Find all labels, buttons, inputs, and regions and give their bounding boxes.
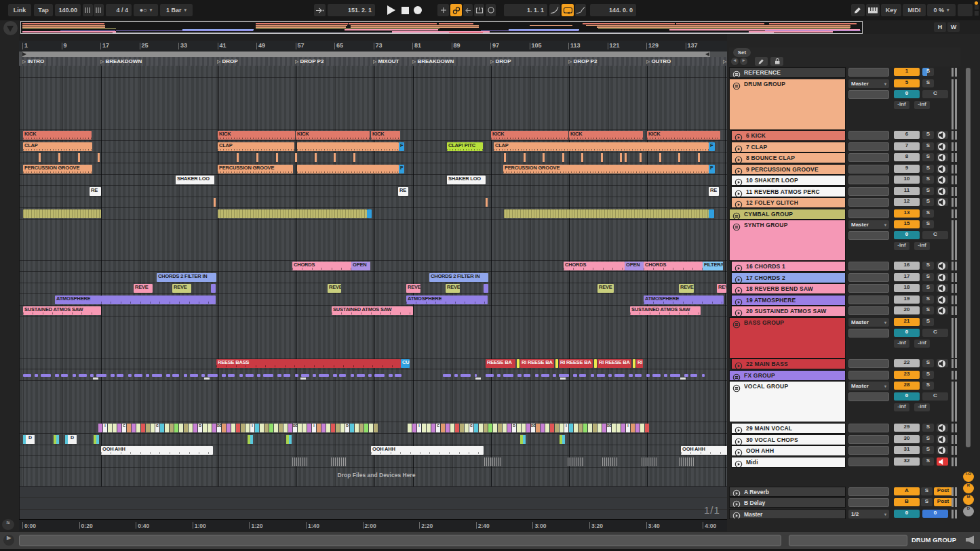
solo-button[interactable]: S bbox=[922, 220, 934, 228]
output-routing-menu[interactable]: Master▾ bbox=[848, 79, 889, 88]
clip-fx-dash[interactable] bbox=[357, 374, 365, 377]
loop-start-field[interactable]: 1. 1. 1 bbox=[504, 4, 547, 16]
locator-drop-p2[interactable]: ▷DROP P2 bbox=[568, 57, 629, 66]
clip-fx-dash[interactable] bbox=[524, 374, 530, 377]
clip-main-bass[interactable] bbox=[555, 359, 558, 368]
track-activator-button[interactable] bbox=[937, 142, 948, 150]
track-header-vocal-group[interactable]: VOCAL GROUP bbox=[729, 381, 846, 422]
clip-ri[interactable]: RI bbox=[636, 359, 643, 368]
clip-vocal-chip[interactable] bbox=[631, 424, 635, 432]
clip-bounce-tick[interactable] bbox=[39, 153, 41, 162]
clip-clap[interactable] bbox=[297, 142, 399, 151]
track-number[interactable]: 20 bbox=[894, 306, 920, 314]
clip-fx-dash[interactable] bbox=[277, 374, 281, 377]
clip-fx-dash[interactable] bbox=[351, 374, 354, 377]
clip-chop-d[interactable]: D bbox=[26, 435, 35, 444]
master-pan-value[interactable]: 0 bbox=[894, 510, 920, 518]
clip-vocal-chip[interactable] bbox=[174, 424, 178, 432]
track-activator-button[interactable] bbox=[937, 295, 948, 304]
send-a-value[interactable]: -inf bbox=[894, 101, 909, 109]
clip-fx-dash[interactable] bbox=[702, 374, 705, 377]
track-header-reference[interactable]: REFERENCE bbox=[729, 67, 846, 78]
clip-fx-dash[interactable] bbox=[608, 374, 612, 377]
clip-bounce-tick[interactable] bbox=[640, 153, 642, 162]
track-activator-button[interactable] bbox=[937, 435, 948, 443]
track-activator-button[interactable] bbox=[937, 446, 948, 454]
solo-button[interactable]: S bbox=[922, 359, 934, 367]
locator-outro[interactable]: ▷OUTRO bbox=[646, 57, 707, 66]
clip-vocal-chip[interactable]: G bbox=[469, 424, 473, 432]
track-header-cymbal-group[interactable]: CYMBAL GROUP bbox=[729, 209, 846, 220]
clip-vocal-chip[interactable]: I bbox=[564, 424, 568, 432]
solo-button[interactable]: S bbox=[922, 187, 934, 195]
pan-value[interactable]: 0 bbox=[894, 231, 920, 239]
track-number[interactable]: 11 bbox=[894, 187, 920, 195]
clip-bounce-tick[interactable] bbox=[659, 153, 661, 162]
clip-vocal-chip[interactable] bbox=[450, 424, 454, 432]
clip-bounce-tick[interactable] bbox=[78, 153, 80, 162]
clip-fx-dash[interactable] bbox=[389, 374, 393, 377]
mixer-section-toggle-m[interactable]: M bbox=[963, 495, 974, 505]
clip-fx-dash[interactable] bbox=[222, 374, 226, 377]
clip-bounce-tick[interactable] bbox=[276, 153, 278, 162]
clip-fx-dash[interactable] bbox=[591, 374, 594, 377]
solo-button[interactable]: S bbox=[922, 153, 934, 161]
draw-pencil-toggle[interactable] bbox=[851, 4, 865, 16]
send-box[interactable] bbox=[848, 165, 889, 174]
track-header-fx-group[interactable]: FX GROUP bbox=[729, 370, 846, 381]
clip-midi[interactable] bbox=[602, 457, 618, 466]
clip-fx-dash[interactable] bbox=[395, 374, 401, 377]
clip-vocal-chip[interactable] bbox=[498, 424, 502, 432]
clip-vocal-chip[interactable]: C bbox=[436, 424, 440, 432]
clip-fx-dash[interactable] bbox=[111, 374, 115, 377]
clip-fx-dash[interactable] bbox=[166, 374, 170, 377]
return-letter[interactable]: A bbox=[894, 487, 920, 495]
time-ruler[interactable]: 0:000:200:401:001:201:402:002:202:403:00… bbox=[19, 519, 727, 531]
clip-vocal-chip[interactable]: D bbox=[198, 424, 202, 432]
clip-vocal-chip[interactable]: I bbox=[312, 424, 316, 432]
clip-fx-dash[interactable] bbox=[319, 374, 329, 377]
clip-fx-dash[interactable] bbox=[257, 374, 260, 377]
send-box[interactable] bbox=[848, 198, 889, 207]
solo-button[interactable]: S bbox=[922, 446, 934, 454]
clip-reve[interactable]: REVE bbox=[328, 284, 341, 293]
track-number[interactable]: 7 bbox=[894, 142, 920, 150]
clip-fx-dash[interactable] bbox=[96, 374, 106, 377]
clip-vocal-chip[interactable] bbox=[579, 424, 583, 432]
clip-fx-dash[interactable] bbox=[541, 374, 549, 377]
send-box[interactable] bbox=[848, 392, 889, 401]
solo-button[interactable]: S bbox=[922, 318, 934, 326]
clip-fx-dash[interactable] bbox=[228, 374, 235, 377]
clip-vocal-chip[interactable] bbox=[479, 424, 483, 432]
clip-fx-dash[interactable] bbox=[35, 374, 38, 377]
clip-reverb-saw[interactable] bbox=[211, 284, 216, 293]
send-box[interactable] bbox=[848, 131, 889, 140]
track-number[interactable]: 22 bbox=[894, 359, 920, 367]
clip-fx-dash[interactable] bbox=[295, 374, 298, 377]
follow-play-icon[interactable]: ▶ bbox=[3, 535, 14, 546]
track-number[interactable]: 10 bbox=[894, 176, 920, 184]
clip-fx-dash[interactable] bbox=[190, 374, 198, 377]
send-box[interactable] bbox=[848, 435, 889, 444]
track-header-6-kick[interactable]: 6 KICK bbox=[731, 130, 846, 141]
track-activator-button[interactable] bbox=[937, 187, 948, 195]
clip-cymbal[interactable] bbox=[23, 209, 101, 218]
clip-percussion-groove[interactable]: PERCUSSION GROOVE bbox=[503, 165, 709, 174]
pan-value[interactable]: 0 bbox=[894, 329, 920, 337]
track-header-12-foley-glitch[interactable]: 12 FOLEY GLITCH bbox=[731, 197, 846, 208]
return-letter[interactable]: B bbox=[894, 498, 920, 506]
clip-fx-dash[interactable] bbox=[184, 374, 187, 377]
clip-vocal-chip[interactable] bbox=[193, 424, 197, 432]
clip-vocal-chip[interactable] bbox=[170, 424, 174, 432]
track-activator-button[interactable] bbox=[937, 153, 948, 161]
clip-vocal-chip[interactable] bbox=[522, 424, 526, 432]
clip-ri-reese-ba[interactable]: RI REESE BA bbox=[559, 359, 593, 368]
send-box[interactable] bbox=[848, 153, 889, 162]
clip-vocal-chip[interactable] bbox=[255, 424, 259, 432]
track-activator-button[interactable] bbox=[937, 359, 948, 367]
clip-fx-dash-white[interactable] bbox=[560, 377, 566, 380]
track-header-9-percussion-groove[interactable]: 9 PERCUSSION GROOVE bbox=[731, 164, 846, 175]
send-box[interactable] bbox=[848, 209, 889, 218]
send-box[interactable] bbox=[848, 487, 889, 496]
clip-percussion-groove[interactable]: PERCUSSION GROOVE bbox=[23, 165, 92, 174]
